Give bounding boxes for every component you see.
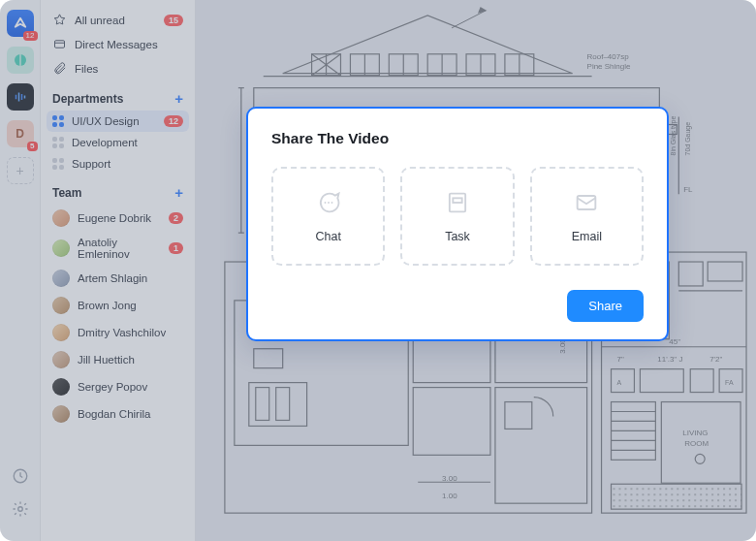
avatar	[52, 351, 70, 368]
nav-direct-messages[interactable]: Direct Messages	[47, 32, 189, 56]
svg-point-79	[328, 202, 330, 204]
svg-rect-1	[19, 53, 21, 68]
svg-text:A: A	[616, 379, 621, 386]
workspace-2[interactable]	[7, 47, 34, 74]
workspace-4-badge: 5	[27, 142, 37, 151]
member-name: Jill Huettich	[78, 354, 183, 366]
avatar	[52, 239, 70, 257]
avatar	[52, 378, 70, 396]
svg-rect-56	[612, 369, 635, 393]
svg-rect-43	[413, 388, 490, 456]
member-name: Sergey Popov	[78, 381, 183, 393]
share-button[interactable]: Share	[567, 290, 644, 322]
svg-rect-82	[453, 198, 461, 203]
svg-text:1.00: 1.00	[442, 492, 457, 500]
sidebar: All unread 15 Direct Messages Files Depa…	[41, 0, 196, 541]
svg-text:45": 45"	[669, 337, 680, 346]
grid-icon	[52, 137, 64, 148]
svg-text:11'.3" J: 11'.3" J	[657, 355, 682, 364]
workspace-primary[interactable]: 12	[7, 10, 34, 37]
svg-rect-45	[495, 388, 587, 504]
avatar	[52, 209, 70, 227]
svg-rect-3	[17, 93, 19, 102]
svg-point-80	[331, 202, 332, 204]
section-title: Departments	[52, 92, 123, 106]
svg-rect-2	[15, 95, 16, 100]
dept-label: UI/UX Design	[72, 115, 156, 127]
add-workspace-button[interactable]: +	[7, 157, 34, 184]
svg-rect-41	[254, 349, 283, 368]
dept-badge: 12	[164, 115, 183, 127]
share-option-task[interactable]: Task	[400, 167, 514, 266]
email-icon	[573, 189, 600, 216]
task-icon	[444, 189, 471, 216]
member-name: Bogdan Chirila	[78, 408, 183, 420]
departments-header: Departments +	[47, 80, 189, 111]
svg-point-7	[17, 507, 22, 512]
nav-label: Files	[75, 63, 183, 75]
share-option-chat[interactable]: Chat	[271, 167, 385, 266]
svg-rect-46	[505, 402, 532, 430]
svg-rect-38	[249, 383, 307, 427]
team-member[interactable]: Anatoliy Emleninov 1	[47, 232, 189, 265]
modal-title: Share The Video	[271, 130, 644, 147]
triangle-logo-icon	[12, 15, 29, 32]
team-member[interactable]: Bogdan Chirila	[47, 400, 189, 428]
team-member[interactable]: Jill Huettich	[47, 346, 189, 373]
svg-point-78	[324, 202, 326, 204]
share-option-email[interactable]: Email	[530, 167, 644, 266]
svg-rect-5	[23, 96, 25, 99]
svg-text:FA: FA	[725, 379, 734, 386]
team-member[interactable]: Dmitry Vashchilov	[47, 319, 189, 346]
team-member[interactable]: Sergey Popov	[47, 373, 189, 400]
avatar	[52, 405, 70, 423]
grid-icon	[52, 115, 64, 127]
svg-point-71	[695, 454, 705, 463]
svg-rect-57	[640, 369, 683, 393]
gap-circle-icon	[12, 51, 29, 69]
add-team-member-button[interactable]: +	[174, 184, 183, 201]
svg-rect-58	[690, 369, 713, 393]
svg-text:7": 7"	[616, 355, 623, 364]
member-name: Eugene Dobrik	[78, 212, 161, 224]
option-label: Chat	[315, 230, 340, 243]
nav-files[interactable]: Files	[47, 56, 189, 80]
svg-text:ROOM: ROOM	[684, 439, 709, 448]
paperclip-icon	[52, 61, 67, 76]
workspace-3[interactable]	[7, 83, 34, 111]
team-member[interactable]: Brown Jong	[47, 292, 189, 319]
history-icon[interactable]	[12, 467, 29, 489]
team-member[interactable]: Artem Shlagin	[47, 265, 189, 292]
dept-label: Support	[72, 158, 183, 170]
star-icon	[52, 13, 67, 27]
dept-uiux[interactable]: UI/UX Design 12	[47, 111, 189, 132]
svg-text:FL: FL	[683, 185, 693, 194]
unread-badge: 15	[164, 15, 183, 26]
svg-rect-4	[20, 94, 22, 100]
svg-rect-83	[578, 196, 596, 209]
svg-text:Roof–407sp: Roof–407sp	[587, 52, 630, 61]
svg-text:LIVING: LIVING	[682, 429, 708, 437]
add-department-button[interactable]: +	[174, 90, 183, 107]
svg-text:Pine Shingle: Pine Shingle	[587, 62, 631, 71]
member-name: Dmitry Vashchilov	[78, 327, 183, 338]
dept-label: Development	[72, 137, 183, 148]
app-window: 12 D 5 + All unread 15 Direct Messages	[0, 0, 756, 541]
team-member[interactable]: Eugene Dobrik 2	[47, 205, 189, 232]
member-name: Artem Shlagin	[78, 272, 183, 284]
nav-all-unread[interactable]: All unread 15	[47, 8, 189, 32]
dept-support[interactable]: Support	[47, 153, 189, 175]
svg-rect-74	[678, 262, 703, 286]
svg-rect-8	[55, 41, 65, 48]
team-header: Team +	[47, 175, 189, 205]
svg-rect-39	[256, 388, 269, 421]
settings-icon[interactable]	[12, 500, 29, 522]
avatar	[52, 324, 70, 341]
nav-label: All unread	[75, 15, 156, 26]
nav-label: Direct Messages	[75, 39, 183, 50]
dept-development[interactable]: Development	[47, 132, 189, 153]
svg-rect-40	[276, 388, 290, 421]
svg-rect-72	[612, 484, 742, 509]
workspace-4[interactable]: D 5	[7, 120, 34, 147]
workspace-badge: 12	[23, 31, 38, 41]
